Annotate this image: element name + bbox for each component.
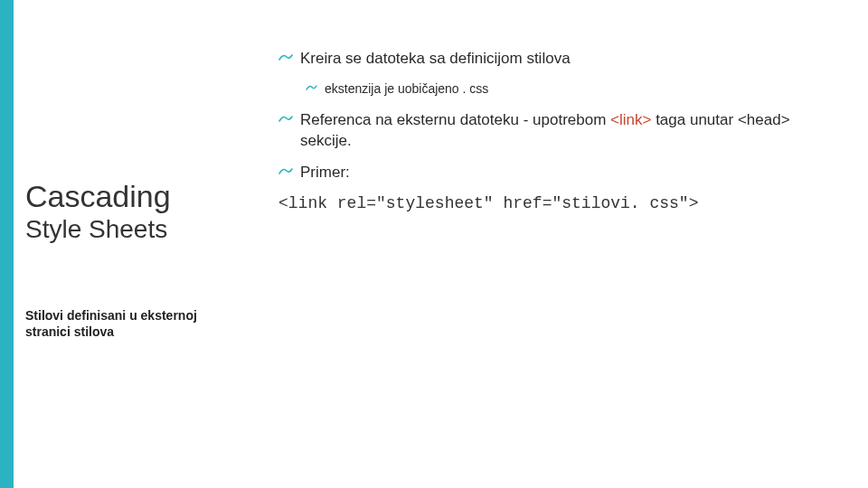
slide-subtitle: Stilovi definisani u eksternoj stranici … xyxy=(25,307,215,340)
bullet-1a: ekstenzija je uobičajeno . css xyxy=(306,80,841,98)
swoosh-icon xyxy=(278,52,293,64)
bullet-1-text: Kreira se datoteka sa definicijom stilov… xyxy=(300,49,571,70)
bullet-2-pre: Referenca na eksternu datoteku - upotreb… xyxy=(300,111,610,128)
bullet-1a-text: ekstenzija je uobičajeno . css xyxy=(325,80,488,98)
swoosh-icon xyxy=(306,83,317,93)
bullet-1: Kreira se datoteka sa definicijom stilov… xyxy=(278,49,841,70)
code-example: <link rel="stylesheet" href="stilovi. cs… xyxy=(278,194,841,212)
content-area: Kreira se datoteka sa definicijom stilov… xyxy=(253,0,868,488)
swoosh-icon xyxy=(278,113,293,126)
bullet-2: Referenca na eksternu datoteku - upotreb… xyxy=(278,110,841,152)
swoosh-icon xyxy=(278,165,293,178)
bullet-3: Primer: xyxy=(278,163,841,183)
bullet-2-link: <link> xyxy=(610,111,651,128)
accent-bar xyxy=(0,0,14,488)
slide-title-sub: Style Sheets xyxy=(25,215,233,244)
bullet-3-text: Primer: xyxy=(300,163,350,183)
sidebar: Cascading Style Sheets Stilovi definisan… xyxy=(0,0,253,488)
slide-title-main: Cascading xyxy=(25,181,233,213)
bullet-2-text: Referenca na eksternu datoteku - upotreb… xyxy=(300,110,841,152)
